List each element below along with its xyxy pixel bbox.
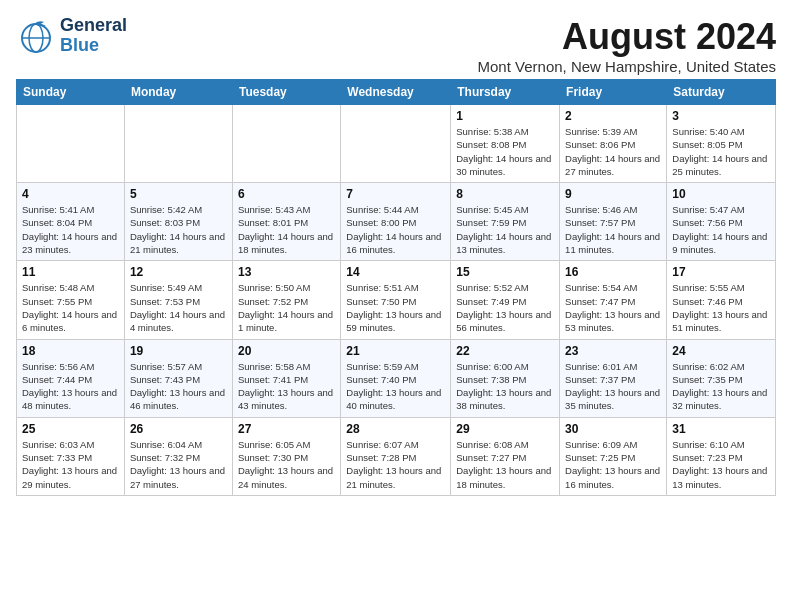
day-number: 13: [238, 265, 335, 279]
calendar-cell: 19Sunrise: 5:57 AM Sunset: 7:43 PM Dayli…: [124, 339, 232, 417]
day-number: 21: [346, 344, 445, 358]
day-info: Sunrise: 5:59 AM Sunset: 7:40 PM Dayligh…: [346, 360, 445, 413]
day-number: 30: [565, 422, 661, 436]
day-number: 24: [672, 344, 770, 358]
calendar-cell: 31Sunrise: 6:10 AM Sunset: 7:23 PM Dayli…: [667, 417, 776, 495]
calendar-cell: [124, 105, 232, 183]
col-tuesday: Tuesday: [232, 80, 340, 105]
day-number: 5: [130, 187, 227, 201]
day-info: Sunrise: 5:41 AM Sunset: 8:04 PM Dayligh…: [22, 203, 119, 256]
day-number: 4: [22, 187, 119, 201]
day-number: 29: [456, 422, 554, 436]
calendar-cell: 5Sunrise: 5:42 AM Sunset: 8:03 PM Daylig…: [124, 183, 232, 261]
calendar-cell: 25Sunrise: 6:03 AM Sunset: 7:33 PM Dayli…: [17, 417, 125, 495]
day-number: 22: [456, 344, 554, 358]
calendar-cell: [232, 105, 340, 183]
title-section: August 2024 Mont Vernon, New Hampshire, …: [478, 16, 776, 75]
day-info: Sunrise: 6:09 AM Sunset: 7:25 PM Dayligh…: [565, 438, 661, 491]
day-number: 3: [672, 109, 770, 123]
day-info: Sunrise: 6:05 AM Sunset: 7:30 PM Dayligh…: [238, 438, 335, 491]
calendar-cell: 11Sunrise: 5:48 AM Sunset: 7:55 PM Dayli…: [17, 261, 125, 339]
header: General Blue August 2024 Mont Vernon, Ne…: [16, 16, 776, 75]
day-info: Sunrise: 5:58 AM Sunset: 7:41 PM Dayligh…: [238, 360, 335, 413]
day-info: Sunrise: 5:48 AM Sunset: 7:55 PM Dayligh…: [22, 281, 119, 334]
calendar-cell: 8Sunrise: 5:45 AM Sunset: 7:59 PM Daylig…: [451, 183, 560, 261]
day-info: Sunrise: 5:43 AM Sunset: 8:01 PM Dayligh…: [238, 203, 335, 256]
calendar-cell: 17Sunrise: 5:55 AM Sunset: 7:46 PM Dayli…: [667, 261, 776, 339]
col-sunday: Sunday: [17, 80, 125, 105]
day-number: 7: [346, 187, 445, 201]
day-info: Sunrise: 5:50 AM Sunset: 7:52 PM Dayligh…: [238, 281, 335, 334]
logo: General Blue: [16, 16, 127, 56]
calendar-cell: 15Sunrise: 5:52 AM Sunset: 7:49 PM Dayli…: [451, 261, 560, 339]
calendar-cell: 22Sunrise: 6:00 AM Sunset: 7:38 PM Dayli…: [451, 339, 560, 417]
day-number: 16: [565, 265, 661, 279]
col-saturday: Saturday: [667, 80, 776, 105]
day-info: Sunrise: 5:39 AM Sunset: 8:06 PM Dayligh…: [565, 125, 661, 178]
calendar-cell: 7Sunrise: 5:44 AM Sunset: 8:00 PM Daylig…: [341, 183, 451, 261]
day-number: 23: [565, 344, 661, 358]
day-info: Sunrise: 6:04 AM Sunset: 7:32 PM Dayligh…: [130, 438, 227, 491]
day-info: Sunrise: 6:03 AM Sunset: 7:33 PM Dayligh…: [22, 438, 119, 491]
calendar-cell: 20Sunrise: 5:58 AM Sunset: 7:41 PM Dayli…: [232, 339, 340, 417]
day-number: 2: [565, 109, 661, 123]
col-friday: Friday: [560, 80, 667, 105]
calendar-cell: 26Sunrise: 6:04 AM Sunset: 7:32 PM Dayli…: [124, 417, 232, 495]
day-info: Sunrise: 5:52 AM Sunset: 7:49 PM Dayligh…: [456, 281, 554, 334]
calendar-week-2: 4Sunrise: 5:41 AM Sunset: 8:04 PM Daylig…: [17, 183, 776, 261]
calendar-cell: 27Sunrise: 6:05 AM Sunset: 7:30 PM Dayli…: [232, 417, 340, 495]
subtitle: Mont Vernon, New Hampshire, United State…: [478, 58, 776, 75]
calendar-cell: [17, 105, 125, 183]
day-info: Sunrise: 5:55 AM Sunset: 7:46 PM Dayligh…: [672, 281, 770, 334]
day-number: 18: [22, 344, 119, 358]
day-info: Sunrise: 5:45 AM Sunset: 7:59 PM Dayligh…: [456, 203, 554, 256]
col-wednesday: Wednesday: [341, 80, 451, 105]
day-number: 15: [456, 265, 554, 279]
day-number: 26: [130, 422, 227, 436]
calendar-week-5: 25Sunrise: 6:03 AM Sunset: 7:33 PM Dayli…: [17, 417, 776, 495]
day-info: Sunrise: 5:42 AM Sunset: 8:03 PM Dayligh…: [130, 203, 227, 256]
calendar-cell: [341, 105, 451, 183]
day-number: 28: [346, 422, 445, 436]
day-info: Sunrise: 6:02 AM Sunset: 7:35 PM Dayligh…: [672, 360, 770, 413]
calendar-cell: 9Sunrise: 5:46 AM Sunset: 7:57 PM Daylig…: [560, 183, 667, 261]
day-info: Sunrise: 6:01 AM Sunset: 7:37 PM Dayligh…: [565, 360, 661, 413]
calendar-table: Sunday Monday Tuesday Wednesday Thursday…: [16, 79, 776, 496]
day-number: 31: [672, 422, 770, 436]
day-number: 19: [130, 344, 227, 358]
calendar-cell: 3Sunrise: 5:40 AM Sunset: 8:05 PM Daylig…: [667, 105, 776, 183]
calendar-cell: 6Sunrise: 5:43 AM Sunset: 8:01 PM Daylig…: [232, 183, 340, 261]
logo-name: General Blue: [60, 16, 127, 56]
day-info: Sunrise: 5:44 AM Sunset: 8:00 PM Dayligh…: [346, 203, 445, 256]
day-info: Sunrise: 5:54 AM Sunset: 7:47 PM Dayligh…: [565, 281, 661, 334]
logo-icon: [16, 16, 56, 56]
calendar-week-1: 1Sunrise: 5:38 AM Sunset: 8:08 PM Daylig…: [17, 105, 776, 183]
calendar-cell: 12Sunrise: 5:49 AM Sunset: 7:53 PM Dayli…: [124, 261, 232, 339]
day-number: 20: [238, 344, 335, 358]
day-number: 8: [456, 187, 554, 201]
calendar-cell: 1Sunrise: 5:38 AM Sunset: 8:08 PM Daylig…: [451, 105, 560, 183]
logo-general-text: General: [60, 16, 127, 36]
calendar-week-3: 11Sunrise: 5:48 AM Sunset: 7:55 PM Dayli…: [17, 261, 776, 339]
day-info: Sunrise: 6:00 AM Sunset: 7:38 PM Dayligh…: [456, 360, 554, 413]
day-info: Sunrise: 5:40 AM Sunset: 8:05 PM Dayligh…: [672, 125, 770, 178]
day-number: 9: [565, 187, 661, 201]
logo-blue-text: Blue: [60, 36, 127, 56]
calendar-week-4: 18Sunrise: 5:56 AM Sunset: 7:44 PM Dayli…: [17, 339, 776, 417]
day-number: 14: [346, 265, 445, 279]
month-title: August 2024: [478, 16, 776, 58]
day-info: Sunrise: 5:51 AM Sunset: 7:50 PM Dayligh…: [346, 281, 445, 334]
day-info: Sunrise: 5:56 AM Sunset: 7:44 PM Dayligh…: [22, 360, 119, 413]
col-monday: Monday: [124, 80, 232, 105]
day-number: 27: [238, 422, 335, 436]
header-row: Sunday Monday Tuesday Wednesday Thursday…: [17, 80, 776, 105]
day-info: Sunrise: 5:38 AM Sunset: 8:08 PM Dayligh…: [456, 125, 554, 178]
day-info: Sunrise: 6:07 AM Sunset: 7:28 PM Dayligh…: [346, 438, 445, 491]
calendar-cell: 13Sunrise: 5:50 AM Sunset: 7:52 PM Dayli…: [232, 261, 340, 339]
calendar-cell: 30Sunrise: 6:09 AM Sunset: 7:25 PM Dayli…: [560, 417, 667, 495]
day-info: Sunrise: 6:10 AM Sunset: 7:23 PM Dayligh…: [672, 438, 770, 491]
day-number: 6: [238, 187, 335, 201]
calendar-cell: 16Sunrise: 5:54 AM Sunset: 7:47 PM Dayli…: [560, 261, 667, 339]
day-number: 17: [672, 265, 770, 279]
day-info: Sunrise: 6:08 AM Sunset: 7:27 PM Dayligh…: [456, 438, 554, 491]
